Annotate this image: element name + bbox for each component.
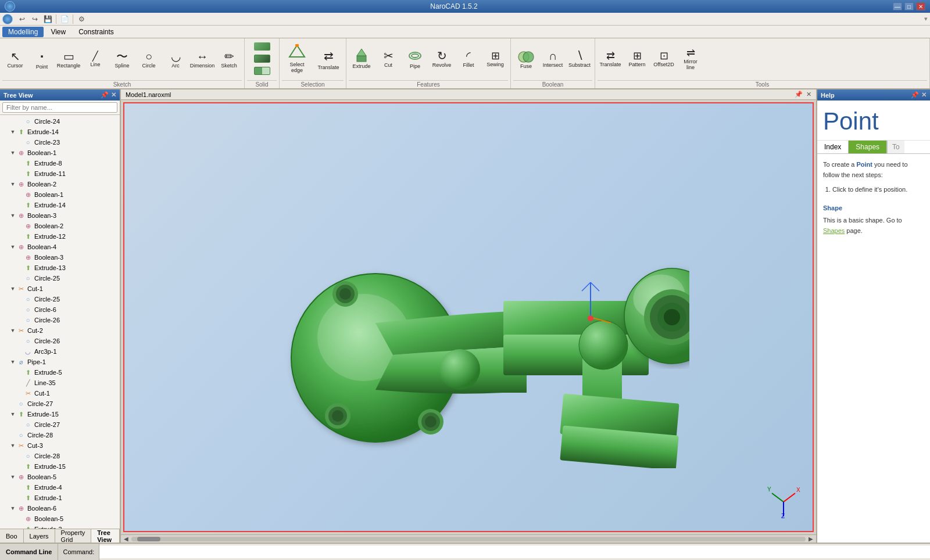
tree-item-arc3p-1[interactable]: ◡Arc3p-1 xyxy=(0,346,120,357)
tree-item-boolean-2b[interactable]: ⊕Boolean-2 xyxy=(0,221,120,231)
tree-item-extrude-4[interactable]: ⬆Extrude-4 xyxy=(0,482,120,493)
tree-close-button[interactable]: ✕ xyxy=(111,91,116,99)
scroll-right-button[interactable]: ▶ xyxy=(807,536,815,542)
help-shapes-link[interactable]: Shapes xyxy=(823,227,845,234)
minimize-button[interactable]: — xyxy=(893,2,902,10)
viewport-close-button[interactable]: ✕ xyxy=(806,91,811,98)
tree-item-circle-6[interactable]: ○Circle-6 xyxy=(0,304,120,315)
tree-item-extrude-14[interactable]: ▼⬆Extrude-14 xyxy=(0,127,120,137)
help-tab-shapes[interactable]: Shapes xyxy=(849,141,887,153)
help-close-button[interactable]: ✕ xyxy=(921,91,927,99)
tree-item-extrude-11[interactable]: ⬆Extrude-11 xyxy=(0,168,120,179)
menu-modelling[interactable]: Modelling xyxy=(2,27,44,37)
select-edge-button[interactable]: Selectedge xyxy=(282,41,312,77)
offset2d-button[interactable]: ⊡ Offset2D xyxy=(651,41,677,77)
rectangle-button[interactable]: ▭ Rectangle xyxy=(56,42,81,78)
viewport-scrollbar[interactable]: ◀ ▶ xyxy=(121,534,816,543)
save-button[interactable]: 💾 xyxy=(42,13,53,25)
menu-constraints[interactable]: Constraints xyxy=(73,27,120,37)
tree-item-extrude-5[interactable]: ⬆Extrude-5 xyxy=(0,367,120,378)
settings-button[interactable]: ⚙ xyxy=(76,13,87,25)
tree-item-cut-3[interactable]: ▼✂Cut-3 xyxy=(0,440,120,451)
help-pin-button[interactable]: 📌 xyxy=(911,91,919,99)
pipe-button[interactable]: Pipe xyxy=(402,41,428,77)
viewport-pin-button[interactable]: 📌 xyxy=(795,91,803,98)
dimension-button[interactable]: ↔ Dimension xyxy=(189,42,215,78)
tab-property-grid[interactable]: Property Grid xyxy=(55,529,92,543)
tree-item-extrude-1[interactable]: ⬆Extrude-1 xyxy=(0,493,120,503)
mirror-line-button[interactable]: ⇌ Mirrorline xyxy=(678,41,703,77)
arc-button[interactable]: ◡ Arc xyxy=(163,42,188,78)
tree-icon-circle: ○ xyxy=(16,430,26,440)
3d-viewport[interactable]: X Y Z xyxy=(123,102,814,532)
tree-search-input[interactable] xyxy=(2,102,117,113)
tree-item-cut-1b[interactable]: ✂Cut-1 xyxy=(0,388,120,399)
tree-item-boolean-3b[interactable]: ⊕Boolean-3 xyxy=(0,252,120,263)
tree-item-boolean-5[interactable]: ▼⊕Boolean-5 xyxy=(0,472,120,482)
extrude-button[interactable]: Extrude xyxy=(349,41,374,77)
tree-item-circle-27[interactable]: ○Circle-27 xyxy=(0,399,120,409)
tree-item-extrude-15b[interactable]: ⬆Extrude-15 xyxy=(0,461,120,472)
redo-button[interactable]: ↪ xyxy=(29,13,41,25)
tree-item-boolean-3[interactable]: ▼⊕Boolean-3 xyxy=(0,210,120,221)
substract-button[interactable]: ∖ Substract xyxy=(567,41,592,77)
scroll-left-button[interactable]: ◀ xyxy=(122,536,130,542)
tree-item-circle-26b[interactable]: ○Circle-26 xyxy=(0,336,120,346)
tree-item-circle-27b[interactable]: ○Circle-27 xyxy=(0,419,120,430)
point-button[interactable]: · Point xyxy=(29,42,55,78)
tree-item-line-35[interactable]: ╱Line-35 xyxy=(0,378,120,388)
help-tab-index[interactable]: Index xyxy=(817,141,849,153)
tree-item-extrude-13[interactable]: ⬆Extrude-13 xyxy=(0,263,120,273)
tree-item-circle-25b[interactable]: ○Circle-25 xyxy=(0,294,120,304)
circle-button[interactable]: ○ Circle xyxy=(136,42,162,78)
tree-item-boolean-1b[interactable]: ⊕Boolean-1 xyxy=(0,189,120,200)
translate-sel-button[interactable]: ⇄ Translate xyxy=(313,41,344,77)
tree-item-circle-28b[interactable]: ○Circle-28 xyxy=(0,451,120,461)
line-button[interactable]: ╱ Line xyxy=(83,42,108,78)
tree-item-circle-24[interactable]: ○Circle-24 xyxy=(0,116,120,127)
tree-item-boolean-6[interactable]: ▼⊕Boolean-6 xyxy=(0,503,120,514)
tree-item-cut-2[interactable]: ▼✂Cut-2 xyxy=(0,325,120,336)
cut-button[interactable]: ✂ Cut xyxy=(375,41,401,77)
intersect-button[interactable]: ∩ Intersect xyxy=(540,41,566,77)
solid-btn-2[interactable] xyxy=(252,53,273,64)
tree-item-cut-1[interactable]: ▼✂Cut-1 xyxy=(0,283,120,294)
maximize-button[interactable]: □ xyxy=(904,2,914,10)
revolve-button[interactable]: ↻ Revolve xyxy=(429,41,455,77)
tree-item-extrude-15[interactable]: ▼⬆Extrude-15 xyxy=(0,409,120,419)
tree-pin-button[interactable]: 📌 xyxy=(101,91,109,99)
scrollbar-thumb[interactable] xyxy=(137,537,160,541)
tab-boo[interactable]: Boo xyxy=(0,529,24,543)
sewing-button[interactable]: ⊞ Sewing xyxy=(482,41,508,77)
spline-button[interactable]: 〜 Spline xyxy=(109,42,135,78)
new-button[interactable]: 📄 xyxy=(59,13,70,25)
pattern-button[interactable]: ⊞ Pattern xyxy=(624,41,650,77)
tab-layers[interactable]: Layers xyxy=(24,529,55,543)
tree-item-boolean-2[interactable]: ▼⊕Boolean-2 xyxy=(0,179,120,189)
close-button[interactable]: ✕ xyxy=(916,2,925,10)
tree-item-extrude-14b[interactable]: ⬆Extrude-14 xyxy=(0,200,120,210)
cursor-button[interactable]: ↖ Cursor xyxy=(2,42,28,78)
tree-item-boolean-1[interactable]: ▼⊕Boolean-1 xyxy=(0,148,120,158)
tree-item-boolean-5b[interactable]: ⊕Boolean-5 xyxy=(0,514,120,524)
tree-item-boolean-4[interactable]: ▼⊕Boolean-4 xyxy=(0,242,120,252)
tree-item-extrude-8[interactable]: ⬆Extrude-8 xyxy=(0,158,120,168)
tree-item-circle-28[interactable]: ○Circle-28 xyxy=(0,430,120,440)
tree-item-circle-26[interactable]: ○Circle-26 xyxy=(0,315,120,325)
help-tab-to[interactable]: To xyxy=(887,141,904,153)
fuse-button[interactable]: Fuse xyxy=(513,41,539,77)
fillet-button[interactable]: ◜ Fillet xyxy=(456,41,481,77)
sketch-button[interactable]: ✏ Sketch xyxy=(216,42,242,78)
tree-item-circle-23[interactable]: ○Circle-23 xyxy=(0,137,120,148)
tree-item-extrude-12[interactable]: ⬆Extrude-12 xyxy=(0,231,120,242)
tree-item-circle-25[interactable]: ○Circle-25 xyxy=(0,273,120,283)
undo-button[interactable]: ↩ xyxy=(16,13,28,25)
solid-btn-1[interactable] xyxy=(252,41,273,52)
tree-item-pipe-1[interactable]: ▼⌀Pipe-1 xyxy=(0,357,120,367)
tree-item-extrude-3[interactable]: ⬆Extrude-3 xyxy=(0,524,120,529)
tab-tree-view[interactable]: Tree View xyxy=(91,529,120,543)
translate-tool-button[interactable]: ⇄ Translate xyxy=(598,41,623,77)
solid-btn-3[interactable] xyxy=(252,65,273,77)
menu-view[interactable]: View xyxy=(45,27,71,37)
command-input[interactable] xyxy=(99,545,930,558)
